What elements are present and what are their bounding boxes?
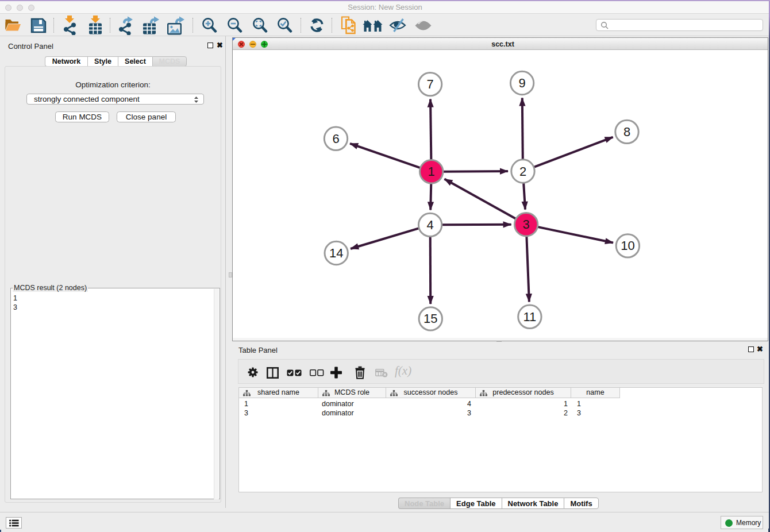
svg-text:14: 14 — [329, 246, 343, 260]
svg-text:4: 4 — [426, 218, 433, 232]
svg-text:10: 10 — [621, 238, 634, 253]
svg-text:7: 7 — [426, 77, 433, 91]
svg-text:9: 9 — [518, 76, 525, 90]
svg-text:15: 15 — [424, 311, 437, 326]
svg-text:3: 3 — [522, 217, 529, 232]
svg-text:11: 11 — [523, 310, 536, 324]
svg-text:1: 1 — [428, 164, 435, 179]
svg-text:8: 8 — [623, 125, 630, 139]
svg-text:6: 6 — [332, 132, 339, 146]
svg-text:2: 2 — [519, 164, 526, 179]
